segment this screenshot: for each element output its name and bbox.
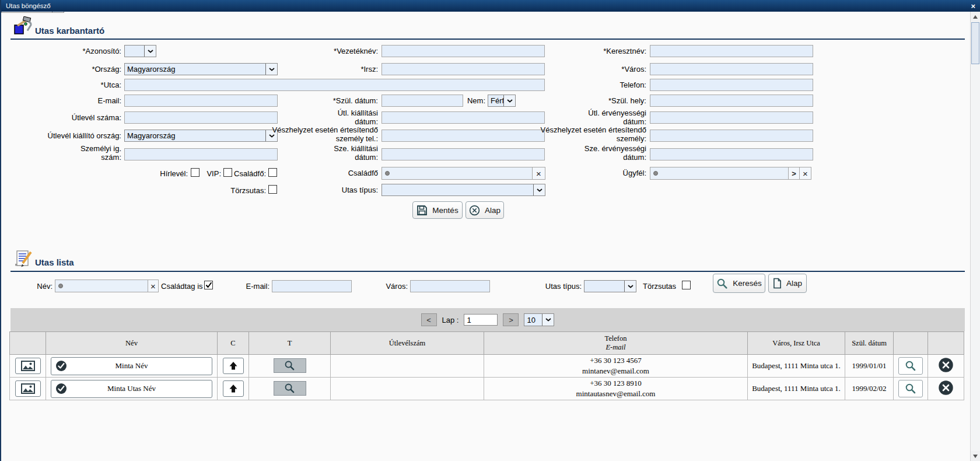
utas-tipus-select[interactable] bbox=[382, 184, 545, 196]
filter-nev-label: Név: bbox=[19, 282, 52, 291]
list-reset-button[interactable]: Alap bbox=[768, 274, 807, 293]
email-input[interactable] bbox=[124, 95, 278, 107]
delete-button[interactable] bbox=[938, 389, 954, 397]
photo-button[interactable] bbox=[15, 380, 41, 397]
view-button[interactable] bbox=[898, 357, 923, 375]
record-bullet-icon bbox=[55, 280, 66, 292]
header-delete bbox=[928, 332, 964, 355]
sze-ervenyessegi-input[interactable] bbox=[650, 148, 813, 160]
keresztnev-input[interactable] bbox=[650, 45, 813, 57]
delete-button[interactable] bbox=[938, 366, 954, 375]
upload-button[interactable] bbox=[223, 358, 244, 374]
results-table: Név C T Útlevélszám Telefon E-mail Város… bbox=[9, 331, 964, 400]
torzsutas-checkbox[interactable] bbox=[268, 185, 277, 194]
lookup-button[interactable] bbox=[274, 358, 306, 373]
csaladfo-lookup[interactable]: × bbox=[382, 167, 545, 180]
hirlevel-checkbox[interactable] bbox=[191, 168, 200, 177]
save-button[interactable]: Mentés bbox=[412, 201, 463, 219]
filter-nev-input[interactable] bbox=[66, 280, 148, 292]
veszhelyzet-szemely-label: Vészhelyzet esetén értesítendő személy: bbox=[531, 125, 646, 144]
ugyfel-lookup-input[interactable] bbox=[661, 167, 788, 179]
csaladtag-is-checkbox[interactable] bbox=[204, 281, 213, 289]
irsz-input[interactable] bbox=[382, 63, 545, 75]
table-row: Minta Utas Név +36 30 123 8910 mintautas… bbox=[10, 378, 964, 400]
lookup-button[interactable] bbox=[274, 381, 306, 396]
orszag-value: Magyarország bbox=[125, 64, 265, 75]
clear-icon[interactable]: × bbox=[532, 167, 545, 179]
filter-nev-lookup[interactable]: × bbox=[55, 280, 159, 292]
szemelyi-ig-input[interactable] bbox=[124, 148, 278, 160]
passenger-name-button[interactable]: Minta Utas Név bbox=[51, 380, 212, 398]
scroll-down-icon[interactable] bbox=[971, 451, 980, 461]
filter-email-input[interactable] bbox=[272, 280, 352, 292]
prev-page-button[interactable]: < bbox=[421, 313, 437, 326]
utca-label: *Utca: bbox=[13, 81, 121, 89]
scrollbar-thumb[interactable] bbox=[971, 22, 979, 64]
hirlevel-label: Hírlevél: bbox=[150, 169, 188, 178]
scroll-up-icon[interactable] bbox=[971, 12, 980, 22]
veszhelyzet-szemely-input[interactable] bbox=[650, 130, 813, 142]
csaladfo-checkbox[interactable] bbox=[268, 168, 277, 177]
header-c: C bbox=[218, 332, 249, 355]
filter-varos-input[interactable] bbox=[410, 280, 490, 292]
ugyfel-lookup[interactable]: > × bbox=[650, 167, 811, 180]
upload-button[interactable] bbox=[223, 380, 244, 397]
varos-input[interactable] bbox=[650, 63, 813, 75]
orszag-select[interactable]: Magyarország bbox=[124, 63, 278, 75]
close-icon[interactable]: × bbox=[971, 2, 975, 10]
clear-icon[interactable]: × bbox=[799, 167, 811, 179]
vertical-scrollbar[interactable] bbox=[970, 12, 980, 461]
email-label: E-mail: bbox=[13, 96, 121, 105]
header-varos: Város, Irsz Utca bbox=[748, 332, 845, 355]
search-button[interactable]: Keresés bbox=[713, 274, 765, 293]
filter-utas-tipus-select[interactable] bbox=[584, 280, 636, 292]
nem-value: Férfi bbox=[488, 95, 503, 106]
phone: +36 30 123 4567 bbox=[484, 355, 747, 366]
filter-torzsutas-checkbox[interactable] bbox=[682, 281, 691, 289]
csaladfo-lookup-input[interactable] bbox=[393, 167, 532, 179]
next-page-button[interactable]: > bbox=[503, 313, 519, 326]
szul-datum-input[interactable] bbox=[382, 95, 463, 107]
filter-varos-label: Város: bbox=[372, 282, 408, 291]
veszhelyzet-tel-input[interactable] bbox=[382, 130, 545, 142]
page-number-input[interactable] bbox=[464, 314, 498, 326]
utl-ervenyessegi-input[interactable] bbox=[650, 111, 813, 124]
filter-utas-tipus-label: Utas típus: bbox=[529, 282, 582, 291]
filter-torzsutas-label: Törzsutas bbox=[643, 282, 679, 291]
telefon-input[interactable] bbox=[650, 79, 813, 91]
nem-select[interactable]: Férfi bbox=[488, 95, 516, 107]
view-button[interactable] bbox=[898, 380, 923, 397]
utlevel-kiallito-orszag-value: Magyarország bbox=[125, 130, 265, 141]
address-cell: Budapest, 1111 Minta utca 1. bbox=[748, 378, 845, 400]
veszhelyzet-tel-label: Vészhelyzet esetén értesítendő személy t… bbox=[262, 125, 378, 144]
utlevel-kiallito-orszag-select[interactable]: Magyarország bbox=[124, 130, 278, 142]
passenger-name-button[interactable]: Minta Név bbox=[51, 357, 212, 375]
birth-cell: 1999/02/02 bbox=[845, 378, 894, 400]
keresztnev-label: *Keresztnév: bbox=[538, 47, 646, 55]
utl-kiallitasi-input[interactable] bbox=[382, 111, 545, 124]
utlevel-szama-input[interactable] bbox=[124, 111, 278, 124]
szul-hely-input[interactable] bbox=[650, 95, 813, 107]
utca-input[interactable] bbox=[124, 79, 545, 91]
passenger-name: Minta Név bbox=[116, 361, 148, 371]
vezeteknev-input[interactable] bbox=[382, 45, 545, 57]
passport-cell bbox=[331, 355, 484, 378]
open-record-icon[interactable]: > bbox=[788, 167, 799, 179]
utlevel-szama-label: Útlevél száma: bbox=[13, 113, 121, 122]
vezeteknev-label: *Vezetéknév: bbox=[270, 47, 378, 55]
irsz-label: *Irsz: bbox=[270, 65, 378, 74]
photo-button[interactable] bbox=[15, 358, 41, 374]
azonosito-select[interactable] bbox=[124, 45, 156, 57]
header-utlevelszam: Útlevélszám bbox=[331, 332, 484, 355]
clear-icon[interactable]: × bbox=[148, 280, 158, 292]
maintain-divider bbox=[10, 39, 965, 40]
page-size-select[interactable]: 10 bbox=[524, 313, 554, 326]
azonosito-value bbox=[125, 46, 144, 57]
arrow-up-icon bbox=[229, 361, 238, 371]
sze-kiallitasi-input[interactable] bbox=[382, 148, 545, 160]
page-size-value: 10 bbox=[524, 314, 542, 326]
form-reset-button[interactable]: Alap bbox=[466, 201, 504, 219]
check-icon bbox=[205, 282, 212, 288]
utl-ervenyessegi-label: Útl. érvényességi dátum: bbox=[573, 109, 646, 127]
list-section-title: Utas lista bbox=[35, 257, 74, 267]
